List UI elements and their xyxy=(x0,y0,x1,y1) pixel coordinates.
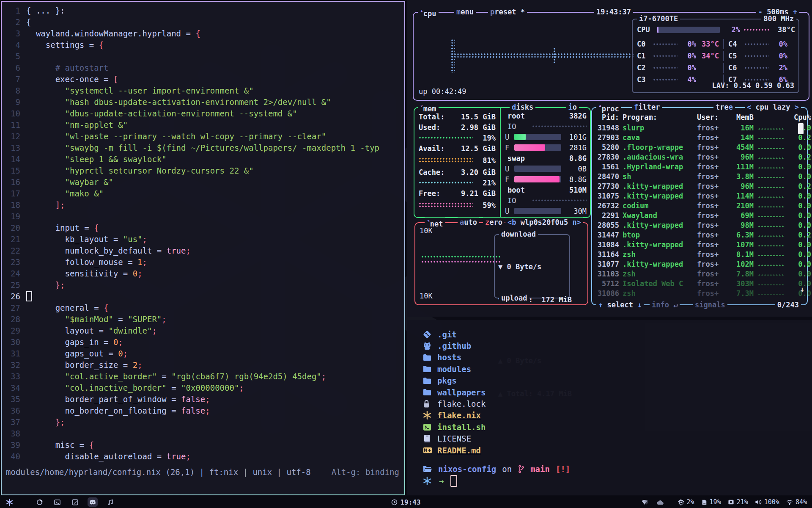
code-line[interactable]: 21 kb_layout = "us"; xyxy=(2,234,404,245)
volume-module[interactable]: 100% xyxy=(755,498,779,506)
taskbar-browser-icon[interactable] xyxy=(34,497,44,507)
process-row[interactable]: 31103zshfros+7.8M0.0 xyxy=(595,269,804,279)
file-item[interactable]: hosts xyxy=(423,352,486,363)
process-row[interactable]: 27730.kitty-wrappedfros+96M0.2 xyxy=(595,181,804,191)
file-item[interactable]: flake.lock xyxy=(423,398,486,409)
wifi-module[interactable]: 84% xyxy=(786,498,807,506)
code-line[interactable]: 23 follow_mouse = 1; xyxy=(2,257,404,268)
code-line[interactable]: 20 input = { xyxy=(2,222,404,234)
code-line[interactable]: 22 numlock_by_default = true; xyxy=(2,245,404,257)
tray-network-icon[interactable] xyxy=(641,499,648,505)
code-line[interactable]: 24 sensitivity = 0; xyxy=(2,268,404,279)
file-item[interactable]: LICENSE xyxy=(423,433,486,444)
clock-label[interactable]: 19:43 xyxy=(400,498,420,506)
code-line[interactable]: 10 "dbus-update-activation-environment -… xyxy=(2,108,404,119)
file-item[interactable]: pkgs xyxy=(423,375,486,387)
proc-select-control[interactable]: ↑ select ↓ xyxy=(596,300,644,309)
btop-window[interactable]: ¹cpu menu preset * 19:43:37 - 500ms + up… xyxy=(407,0,812,317)
code-line[interactable]: 37 }; xyxy=(2,417,404,428)
file-item[interactable]: .github xyxy=(423,340,486,351)
proc-sort-selector[interactable]: < cpu lazy > xyxy=(745,102,801,112)
code-line[interactable]: 39 misc = { xyxy=(2,439,404,451)
code-line[interactable]: 40 disable_autoreload = true; xyxy=(2,451,404,462)
tab-mem[interactable]: ²mem xyxy=(418,102,439,112)
proc-info-button[interactable]: info ↵ xyxy=(650,300,680,309)
code-line[interactable]: 12 "wl-paste --primary --watch wl-copy -… xyxy=(2,131,404,142)
code-line[interactable]: 38 xyxy=(2,428,404,439)
code-line[interactable]: 28 "$mainMod" = "SUPER"; xyxy=(2,314,404,325)
net-zero-button[interactable]: zero xyxy=(483,218,505,227)
file-item[interactable]: modules xyxy=(423,363,486,375)
process-row[interactable]: 2291Xwaylandfros+69M0.0 xyxy=(595,210,804,220)
code-line[interactable]: 30 gaps_in = 0; xyxy=(2,337,404,348)
proc-header-program[interactable]: Program: xyxy=(623,113,697,121)
preset-button[interactable]: preset * xyxy=(488,7,527,17)
nixos-menu-icon[interactable] xyxy=(6,499,13,506)
taskbar-music-icon[interactable] xyxy=(105,497,115,507)
menu-button[interactable]: menu xyxy=(454,7,476,17)
code-line[interactable]: 35 border_part_of_window = false; xyxy=(2,394,404,405)
file-item[interactable]: install.sh xyxy=(423,421,486,433)
terminal-cursor[interactable] xyxy=(450,475,457,487)
code-line[interactable]: 2{ xyxy=(2,17,404,28)
process-row[interactable]: 27830.audacious-wrafros+96M0.2 xyxy=(595,152,804,162)
code-line[interactable]: 36 no_border_on_floating = false; xyxy=(2,405,404,417)
process-row[interactable]: 5280.floorp-wrappefros+454M0.0 xyxy=(595,142,804,152)
code-line[interactable]: 17 "mako &" xyxy=(2,188,404,199)
code-line[interactable]: 1{ ... }: xyxy=(2,5,404,17)
process-row[interactable]: 31077.kitty-wrappedfros+102M0.0 xyxy=(595,259,804,269)
prompt-input-line[interactable]: → xyxy=(423,475,457,486)
code-line[interactable]: 19 xyxy=(2,211,404,222)
process-row[interactable]: 1561.Hyprland-wrapfros+111M0.0 xyxy=(595,162,804,171)
code-line[interactable]: 31 gaps_out = 0; xyxy=(2,348,404,359)
proc-header-user[interactable]: User: xyxy=(697,113,727,121)
code-line[interactable]: 26 xyxy=(2,291,404,302)
process-row[interactable]: 31447btopfros+6.3M0.2 xyxy=(595,230,804,240)
proc-header-pid[interactable]: Pid: xyxy=(595,113,623,121)
proc-scrollbar[interactable] xyxy=(798,123,804,134)
code-line[interactable]: 6 # autostart xyxy=(2,62,404,74)
process-list[interactable]: 31948slurpfros+16M0.027903cavafros+14M0.… xyxy=(595,123,804,298)
code-line[interactable]: 32 border_size = 2; xyxy=(2,359,404,371)
proc-header-memb[interactable]: MemB xyxy=(727,113,754,121)
file-item[interactable]: flake.nix xyxy=(423,410,486,421)
process-row[interactable]: 28055.kitty-wrappedfros+98M0.0 xyxy=(595,220,804,230)
proc-scroll-down-arrow[interactable]: ↓ xyxy=(800,285,804,293)
disk-module[interactable]: 21% xyxy=(728,498,748,506)
proc-tree-toggle[interactable]: tree xyxy=(713,102,735,112)
file-item[interactable]: .git xyxy=(423,329,486,340)
proc-header-cpu[interactable]: Cpu% xyxy=(789,113,811,121)
net-auto-button[interactable]: auto xyxy=(458,218,479,227)
cpu-usage-module[interactable]: 2% xyxy=(678,498,694,506)
tray-cloud-icon[interactable] xyxy=(656,500,664,505)
taskbar-discord-icon[interactable] xyxy=(88,497,98,507)
proc-filter-button[interactable]: filter xyxy=(632,102,662,112)
file-item[interactable]: README.md xyxy=(423,444,486,456)
process-row[interactable]: 27903cavafros+14M0.2 xyxy=(595,133,804,142)
process-row[interactable]: 28470shfros+3.8M0.0 xyxy=(595,171,804,181)
code-line[interactable]: 14 "sleep 1 && swaylock" xyxy=(2,154,404,165)
process-row[interactable]: 31084.kitty-wrappedfros+107M0.0 xyxy=(595,240,804,249)
code-line[interactable]: 27 general = { xyxy=(2,302,404,314)
taskbar-terminal-icon[interactable] xyxy=(52,497,62,507)
tab-proc[interactable]: ⁴proc xyxy=(596,102,621,112)
code-line[interactable]: 4 settings = { xyxy=(2,39,404,51)
tab-cpu[interactable]: ¹cpu xyxy=(418,7,439,17)
process-row[interactable]: 31086zshfros+7.3M0.0 xyxy=(595,288,804,298)
code-line[interactable]: 34 "col.inactive_border" = "0x00000000"; xyxy=(2,382,404,394)
process-row[interactable]: 31075.kitty-wrappedfros+114M0.0 xyxy=(595,191,804,201)
code-line[interactable]: 25 }; xyxy=(2,279,404,291)
proc-signals-button[interactable]: signals xyxy=(693,300,727,309)
tab-net[interactable]: ³net xyxy=(425,218,445,227)
code-line[interactable]: 5 xyxy=(2,51,404,62)
taskbar-notes-icon[interactable] xyxy=(70,497,80,507)
process-row[interactable]: 31164zshfros+8.1M0.0 xyxy=(595,249,804,259)
code-line[interactable]: 8 "systemctl --user import-environment &… xyxy=(2,85,404,97)
code-line[interactable]: 18 ]; xyxy=(2,199,404,211)
code-line[interactable]: 3 wayland.windowManager.hyprland = { xyxy=(2,28,404,39)
terminal-window[interactable]: .git.githubhostsmodulespkgswallpapersfla… xyxy=(407,320,812,495)
editor-window[interactable]: 1{ ... }:2{3 wayland.windowManager.hyprl… xyxy=(1,1,405,495)
process-row[interactable]: 5712Isolated Web Cfros+303M0.0 xyxy=(595,279,804,288)
memory-module[interactable]: 19% xyxy=(701,498,721,506)
code-line[interactable]: 29 layout = "dwindle"; xyxy=(2,325,404,337)
